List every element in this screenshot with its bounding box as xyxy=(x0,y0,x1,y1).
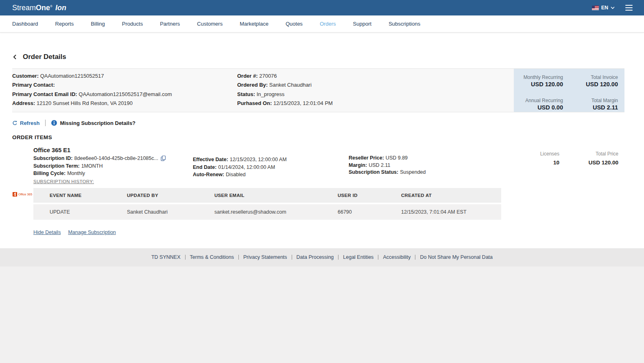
history-table-row: UPDATE Sanket Chaudhari sanket.reselleru… xyxy=(33,204,501,220)
menu-hamburger-icon[interactable] xyxy=(624,4,633,12)
licenses-value: 10 xyxy=(479,160,559,166)
nav-item-subscriptions[interactable]: Subscriptions xyxy=(389,21,420,27)
streamone-ion-logo[interactable]: StreamOne®Ion xyxy=(12,4,66,12)
item-action-links: Hide Details Manage Subscription xyxy=(33,230,632,235)
subscription-history-table: EVENT NAME UPDATED BY USER EMAIL USER ID… xyxy=(33,188,501,220)
end-date-field: End Date:01/14/2024, 12:00:00 AM xyxy=(193,164,349,171)
page-header: Order Details xyxy=(0,33,644,68)
cell-event-name: UPDATE xyxy=(50,209,127,215)
footer-separator xyxy=(338,255,338,260)
status-field: Status: In_progress xyxy=(237,90,514,99)
chevron-left-icon xyxy=(12,54,18,60)
total-margin: Total Margin USD 2.11 xyxy=(574,98,618,112)
customer-field: Customer: QAAutomation1215052517 xyxy=(12,72,237,81)
item-pricing-column: Reseller Price:USD 9.89 Margin:USD 2.11 … xyxy=(349,147,479,185)
licenses-column: Licenses 10 xyxy=(479,147,559,185)
customer-info-block: Customer: QAAutomation1215052517 Primary… xyxy=(12,69,237,112)
order-toolbar: Refresh Missing Subscription Details? xyxy=(12,119,632,127)
cell-created-at: 12/15/2023, 7:01:04 AM EST xyxy=(401,209,501,215)
order-meta-block: Order #: 270076 Ordered By: Sanket Chaud… xyxy=(237,69,514,112)
refresh-icon xyxy=(12,120,17,126)
refresh-button[interactable]: Refresh xyxy=(12,120,39,126)
item-dates-column: Effective Date:12/15/2023, 12:00:00 AM E… xyxy=(193,147,349,185)
footer-separator xyxy=(378,255,378,260)
copy-icon xyxy=(161,155,166,161)
subscription-history-toggle[interactable]: SUBSCRIPTION HISTORY: xyxy=(33,179,94,184)
order-number-field: Order #: 270076 xyxy=(237,72,514,81)
nav-item-orders[interactable]: Orders xyxy=(320,21,336,27)
topbar-controls: EN xyxy=(592,4,633,12)
footer-separator xyxy=(185,255,186,260)
footer-link-accessibility[interactable]: Accessibility xyxy=(383,254,410,260)
nav-item-marketplace[interactable]: Marketplace xyxy=(240,21,269,27)
footer-link-privacy[interactable]: Privacy Statements xyxy=(243,254,287,260)
nav-item-products[interactable]: Products xyxy=(122,21,143,27)
col-user-email: USER EMAIL xyxy=(214,193,338,198)
info-icon xyxy=(51,120,57,126)
col-updated-by: UPDATED BY xyxy=(127,193,214,198)
reseller-price-field: Reseller Price:USD 9.89 xyxy=(349,155,479,162)
copy-subscription-id-button[interactable] xyxy=(161,155,166,161)
primary-nav: Dashboard Reports Billing Products Partn… xyxy=(0,15,644,33)
licenses-label: Licenses xyxy=(479,151,559,157)
hide-details-link[interactable]: Hide Details xyxy=(33,230,61,235)
footer-separator xyxy=(415,255,415,260)
total-price-column: Total Price USD 120.00 xyxy=(559,147,618,185)
ordered-by-field: Ordered By: Sanket Chaudhari xyxy=(237,81,514,90)
footer-separator xyxy=(292,255,292,260)
language-selector[interactable]: EN xyxy=(592,5,615,11)
subscription-status-field: Subscription Status:Suspended xyxy=(349,169,479,176)
billing-cycle-field: Billing Cycle:Monthly xyxy=(33,170,193,177)
purchased-on-field: Purhased On: 12/15/2023, 12:01:04 PM xyxy=(237,99,514,108)
order-items-section-title: ORDER ITEMS xyxy=(12,134,632,140)
footer-link-data-processing[interactable]: Data Processing xyxy=(297,254,334,260)
product-logo: Office 365 xyxy=(12,147,33,235)
back-button[interactable] xyxy=(12,54,18,60)
footer-link-td-synnex[interactable]: TD SYNNEX xyxy=(151,254,181,260)
order-item-body: Office 365 E1 Subscription ID: 8dee6ee0-… xyxy=(33,147,632,235)
nav-item-quotes[interactable]: Quotes xyxy=(286,21,303,27)
footer-link-do-not-share[interactable]: Do Not Share My Personal Data xyxy=(420,254,493,260)
col-event-name: EVENT NAME xyxy=(50,193,127,198)
effective-date-field: Effective Date:12/15/2023, 12:00:00 AM xyxy=(193,156,349,164)
item-detail-column: Office 365 E1 Subscription ID: 8dee6ee0-… xyxy=(33,147,193,185)
footer-link-legal-entities[interactable]: Legal Entities xyxy=(343,254,373,260)
col-user-id: USER ID xyxy=(338,193,401,198)
missing-subscription-details-link[interactable]: Missing Subscription Details? xyxy=(51,120,135,126)
language-code: EN xyxy=(601,5,608,11)
footer-link-terms[interactable]: Terms & Conditions xyxy=(190,254,234,260)
totals-panel: Monthly Recurring USD 120.00 Total Invoi… xyxy=(514,69,624,112)
product-name: Office 365 E1 xyxy=(33,147,193,153)
page-title: Order Details xyxy=(23,53,66,61)
nav-item-customers[interactable]: Customers xyxy=(197,21,223,27)
logo-stream: Stream xyxy=(12,4,36,12)
primary-contact-email-field: Primary Contact Email ID: QAAutomation12… xyxy=(12,90,237,99)
nav-item-support[interactable]: Support xyxy=(353,21,372,27)
annual-recurring-total: Annual Recurring USD 0.00 xyxy=(520,98,563,112)
main-content: Order Details Customer: QAAutomation1215… xyxy=(0,33,644,248)
footer-separator xyxy=(238,255,239,260)
cell-user-email: sanket.resellerus@shadow.com xyxy=(214,209,338,215)
subscription-term-field: Subscription Term:1MONTH xyxy=(33,162,193,170)
cell-updated-by: Sanket Chaudhari xyxy=(127,209,214,215)
subscription-id-field: Subscription ID: 8dee6ee0-140d-425b-cb8e… xyxy=(33,155,193,162)
nav-item-dashboard[interactable]: Dashboard xyxy=(12,21,38,27)
office365-icon xyxy=(12,192,17,197)
total-price-label: Total Price xyxy=(559,151,618,157)
logo-one: One xyxy=(36,4,50,12)
missing-subscription-details-label: Missing Subscription Details? xyxy=(60,120,135,126)
refresh-label: Refresh xyxy=(20,120,39,126)
nav-item-reports[interactable]: Reports xyxy=(55,21,74,27)
history-table-header: EVENT NAME UPDATED BY USER EMAIL USER ID… xyxy=(33,188,501,203)
logo-registered-mark: ® xyxy=(50,4,52,8)
total-price-value: USD 120.00 xyxy=(559,160,618,166)
manage-subscription-link[interactable]: Manage Subscription xyxy=(68,230,116,235)
page-footer: TD SYNNEX Terms & Conditions Privacy Sta… xyxy=(0,248,644,267)
office365-logo-text: Office 365 xyxy=(18,192,32,196)
monthly-recurring-total: Monthly Recurring USD 120.00 xyxy=(520,74,563,89)
top-app-bar: StreamOne®Ion EN xyxy=(0,0,644,15)
nav-item-partners[interactable]: Partners xyxy=(160,21,180,27)
order-item-row: Office 365 Office 365 E1 Subscription ID… xyxy=(12,147,632,235)
cell-user-id: 66790 xyxy=(338,209,401,215)
nav-item-billing[interactable]: Billing xyxy=(91,21,105,27)
